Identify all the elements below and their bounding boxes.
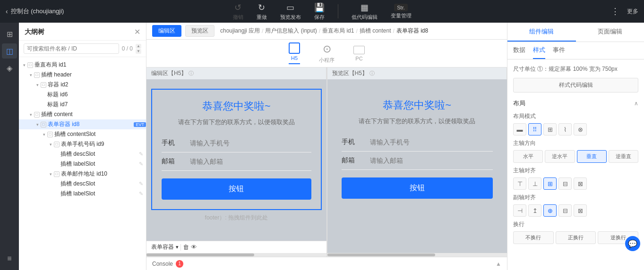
preview-scrollbar-thumb[interactable] — [327, 253, 435, 256]
subtab-event[interactable]: 事件 — [553, 42, 565, 59]
edit-canvas[interactable]: 恭喜您中奖啦~ 请在下方留下您的联系方式，以便领取奖品 手机 邮箱 按钮 — [146, 79, 326, 241]
breadcrumb-item-slot[interactable]: 插槽 content — [360, 27, 391, 35]
cross-align-stretch[interactable]: ⊟ — [558, 204, 572, 217]
direction-reverse-vertical[interactable]: 逆垂直 — [609, 150, 638, 163]
menu-sidebar-item[interactable]: ≡ — [2, 251, 17, 266]
tree-toggle-container[interactable]: ▾ — [34, 82, 41, 88]
more-button[interactable]: ⋮ — [611, 6, 619, 17]
cross-align-center[interactable]: ⊕ — [543, 204, 557, 217]
tree-toggle-phone[interactable]: ▾ — [47, 141, 54, 148]
align-space-between[interactable]: ⊟ — [558, 177, 572, 190]
wrap-yes[interactable]: 正换行 — [556, 231, 596, 244]
component-hide-icon[interactable]: 👁 — [191, 244, 197, 251]
lowcode-button[interactable]: ▦ 低代码编辑 — [352, 2, 378, 21]
tree-node-form-email[interactable]: ▾ □ 表单邮件地址 id10 — [19, 169, 146, 179]
tree-node-labelslot1[interactable]: 插槽 labelSlot ✎ — [19, 159, 146, 169]
style-code-button[interactable]: 样式代码编辑 — [513, 78, 638, 93]
subtab-data[interactable]: 数据 — [513, 42, 525, 59]
wrap-no[interactable]: 不换行 — [513, 231, 554, 244]
layers-sidebar-item[interactable]: ◫ — [2, 43, 17, 59]
back-button[interactable]: ‹ — [6, 8, 8, 15]
search-prev-button[interactable]: ▲ — [136, 44, 141, 49]
tree-node-form-phone[interactable]: ▾ □ 表单手机号码 id9 — [19, 139, 146, 149]
form-container-edit[interactable]: 恭喜您中奖啦~ 请在下方留下您的联系方式，以便领取奖品 手机 邮箱 按钮 — [151, 89, 322, 210]
tree-node-slot-header[interactable]: ▾ □ 插槽 header — [19, 70, 146, 80]
redo-button[interactable]: ↻ 重做 — [257, 2, 267, 21]
subtab-style[interactable]: 样式 — [533, 42, 545, 59]
tree-toggle-slot-header[interactable]: ▾ — [27, 72, 34, 78]
phone-input-preview[interactable] — [370, 138, 493, 146]
tree-node-form-id8[interactable]: ▾ □ 表单容器 id8 EVT — [19, 119, 146, 129]
direction-vertical[interactable]: 垂直 — [577, 150, 607, 163]
align-center[interactable]: ⊞ — [543, 177, 557, 190]
align-space-around[interactable]: ⊠ — [574, 177, 587, 190]
tree-toggle-vertical[interactable]: ▾ — [21, 62, 27, 68]
edit-icon[interactable]: ✎ — [139, 151, 143, 157]
tree-toggle-contentslot[interactable]: ▾ — [41, 131, 47, 138]
tree-node-descslot1[interactable]: 插槽 descSlot ✎ — [19, 149, 146, 159]
direction-reverse-horizontal[interactable]: 逆水平 — [545, 150, 575, 163]
tree-node-slot-contentslot[interactable]: ▾ □ 插槽 contentSlot — [19, 129, 146, 139]
search-next-button[interactable]: ▼ — [136, 49, 141, 54]
chat-button[interactable]: 💬 — [625, 236, 640, 251]
preview-mode-button[interactable]: 预览区 — [185, 25, 215, 37]
scrollbar-thumb[interactable] — [146, 253, 254, 256]
email-input-edit[interactable] — [190, 158, 311, 165]
layout-mode-custom[interactable]: ⊗ — [574, 123, 587, 135]
layout-mode-flex[interactable]: ⠿ — [528, 123, 541, 135]
cross-align-start[interactable]: ⊣ — [513, 204, 526, 217]
align-end[interactable]: ⊥ — [528, 177, 541, 190]
cross-align-baseline[interactable]: ⊠ — [574, 204, 587, 217]
edit-icon[interactable]: ✎ — [139, 161, 143, 167]
tree-toggle-slot-content[interactable]: ▾ — [27, 111, 34, 118]
edit-icon[interactable]: ✎ — [139, 181, 143, 187]
email-input-preview[interactable] — [370, 157, 493, 164]
save-button[interactable]: 💾 保存 — [314, 2, 325, 21]
console-collapse-icon[interactable]: ▲ — [496, 261, 501, 267]
breadcrumb-item-layout[interactable]: 垂直布局 id1 — [322, 27, 354, 35]
form-button-preview[interactable]: 按钮 — [342, 177, 493, 199]
edit-info-icon[interactable]: ⓘ — [189, 70, 194, 77]
layout-mode-block[interactable]: ▬ — [513, 123, 526, 135]
preview-publish-button[interactable]: ▭ 预览发布 — [280, 2, 301, 21]
tree-node-slot-content[interactable]: ▾ □ 插槽 content — [19, 110, 146, 119]
tree-node-container-id2[interactable]: ▾ □ 容器 id2 — [19, 80, 146, 90]
outline-search-input[interactable] — [24, 43, 119, 54]
tree-node-label-id6[interactable]: 标题 id6 — [19, 90, 146, 100]
device-miniapp[interactable]: ⊙ 小程序 — [319, 43, 335, 64]
align-start[interactable]: ⊤ — [513, 177, 526, 190]
tree-node-labelslot2[interactable]: 插槽 labelSlot ✎ — [19, 189, 146, 199]
assets-sidebar-item[interactable]: ◈ — [2, 60, 17, 76]
preview-info-icon[interactable]: ⓘ — [369, 70, 375, 77]
edit-icon[interactable]: ✎ — [139, 191, 143, 197]
tab-component-edit[interactable]: 组件编辑 — [507, 23, 576, 42]
tree-node-vertical-layout[interactable]: ▾ □ 垂直布局 id1 — [19, 60, 146, 70]
component-delete-icon[interactable]: 🗑 — [183, 244, 189, 251]
tab-page-edit[interactable]: 页面编辑 — [576, 23, 644, 42]
direction-horizontal[interactable]: 水平 — [513, 150, 543, 163]
tree-toggle-form[interactable]: ▾ — [34, 121, 41, 128]
layout-mode-inline[interactable]: ⌇ — [558, 123, 572, 135]
tree-node-descslot2[interactable]: 插槽 descSlot ✎ — [19, 179, 146, 189]
variable-button[interactable]: Str. 变量管理 — [391, 4, 412, 19]
breadcrumb-item-page[interactable]: 用户信息输入 (input) — [265, 27, 317, 35]
phone-input-edit[interactable] — [190, 139, 311, 147]
undo-button[interactable]: ↺ 撤销 — [233, 2, 243, 21]
preview-horizontal-scrollbar[interactable] — [327, 253, 507, 257]
breadcrumb-item-app[interactable]: choujiangji 应用 — [220, 27, 260, 35]
device-h5[interactable]: H5 — [289, 42, 300, 64]
horizontal-scrollbar[interactable] — [146, 253, 326, 257]
outline-close-button[interactable]: ✕ — [134, 27, 140, 36]
cross-align-end[interactable]: ↥ — [528, 204, 541, 217]
device-pc[interactable]: PC — [353, 46, 365, 61]
console-bar[interactable]: Console 1 ▲ — [146, 257, 507, 270]
tree-node-label-id7[interactable]: 标题 id7 — [19, 100, 146, 110]
component-toolbar-dropdown[interactable]: ▾ — [176, 244, 179, 250]
tree-toggle-email[interactable]: ▾ — [47, 171, 54, 177]
layout-mode-grid[interactable]: ⊞ — [543, 123, 557, 135]
phone-label-edit: 手机 — [162, 139, 190, 147]
edit-mode-button[interactable]: 编辑区 — [152, 25, 181, 37]
layout-collapse-icon[interactable]: ∧ — [634, 100, 638, 107]
form-button-edit[interactable]: 按钮 — [162, 178, 311, 200]
components-sidebar-item[interactable]: ⊞ — [2, 26, 17, 42]
